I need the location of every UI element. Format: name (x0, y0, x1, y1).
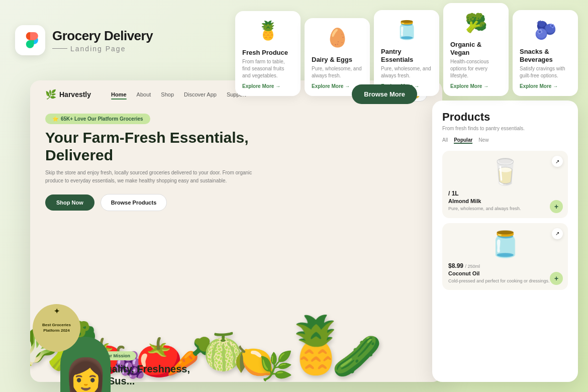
products-tab-all[interactable]: All (442, 137, 448, 144)
browse-more-button[interactable]: Browse More (352, 84, 417, 104)
category-cards: 🍍 Fresh Produce From farm to table, find… (225, 0, 588, 96)
organic-explore[interactable]: Explore More → (450, 83, 488, 89)
coconut-oil-price: $8.99 / 250ml (448, 262, 562, 269)
category-card-snacks[interactable]: 🫐 Snacks & Beverages Satisfy cravings wi… (513, 10, 578, 96)
app-title: Grocery Delivery (52, 28, 153, 44)
products-tab-new[interactable]: New (478, 137, 488, 144)
almond-milk-desc: Pure, wholesome, and always fresh. (448, 206, 562, 212)
nav-link-shop[interactable]: Shop (161, 91, 174, 97)
nav-link-discover[interactable]: Discover App (184, 91, 217, 97)
title-block: Grocery Delivery Landing Page (52, 28, 153, 53)
pantry-desc: Pure, wholesome, and always fresh. (381, 65, 432, 79)
category-card-pantry[interactable]: 🫙 Pantry Essentials Pure, wholesome, and… (374, 10, 439, 96)
hero-description: Skip the store and enjoy fresh, locally … (45, 169, 256, 185)
veggie-zucchini: 🥒 (332, 333, 382, 380)
organic-desc: Health-conscious options for every lifes… (450, 58, 502, 79)
hero-star-icon: ⭐ (52, 116, 58, 122)
coconut-oil-image: 🫙 (448, 229, 562, 259)
mission-badge-area: ✦ Best Groceries Platform 2024 (33, 304, 80, 352)
hero-badge: ⭐ 65K+ Love Our Platform Groceries (45, 114, 150, 124)
organic-title: Organic & Vegan (450, 41, 502, 56)
dairy-eggs-explore[interactable]: Explore More → (312, 83, 350, 89)
organic-image: 🥦 (458, 9, 494, 37)
products-tabs: All Popular New (442, 137, 568, 144)
landing-mockup: 🌿 Harvestly Home About Shop Discover App… (30, 80, 442, 382)
fresh-produce-title: Fresh Produce (242, 49, 288, 57)
mission-badge-circle: ✦ Best Groceries Platform 2024 (33, 304, 80, 352)
almond-milk-image: 🥛 (448, 157, 562, 187)
products-tab-popular[interactable]: Popular (454, 137, 472, 144)
our-mission-title: Quality, Freshness, & Sus... (98, 363, 190, 387)
mission-star-icon: ✦ (54, 307, 60, 316)
nav-logo: 🌿 Harvestly (45, 89, 91, 100)
fresh-produce-desc: From farm to table, find seasonal fruits… (242, 58, 293, 79)
almond-milk-unit: / 1L (448, 190, 562, 197)
header-area: Grocery Delivery Landing Page (15, 25, 153, 55)
shop-now-button[interactable]: Shop Now (45, 194, 94, 211)
mission-badge-text: Best Groceries Platform 2024 (39, 323, 74, 333)
hero-buttons: Shop Now Browse Products (45, 194, 427, 211)
almond-milk-add-button[interactable]: + (550, 200, 563, 213)
product-card-almond-arrow[interactable]: ↗ (552, 156, 563, 167)
app-subtitle: Landing Page (52, 45, 153, 53)
fresh-produce-explore[interactable]: Explore More → (242, 83, 280, 89)
category-card-fresh-produce[interactable]: 🍍 Fresh Produce From farm to table, find… (235, 11, 301, 96)
fresh-produce-image: 🍍 (250, 17, 285, 45)
nav-logo-text: Harvestly (59, 90, 91, 99)
nav-logo-icon: 🌿 (45, 89, 56, 100)
pantry-image: 🫙 (389, 16, 424, 44)
almond-milk-name: Almond Milk (448, 198, 562, 204)
product-card-coconut-arrow[interactable]: ↗ (552, 228, 563, 239)
hero-title: Your Farm-Fresh Essentials, Delivered (45, 129, 307, 164)
figma-logo (15, 25, 45, 55)
pantry-title: Pantry Essentials (381, 48, 432, 63)
products-panel-subtitle: From fresh finds to pantry essentials. (442, 126, 568, 131)
snacks-explore[interactable]: Explore More → (520, 83, 558, 89)
nav-link-about[interactable]: About (137, 91, 151, 97)
coconut-oil-name: Coconut Oil (448, 270, 562, 276)
dairy-eggs-image: 🥚 (320, 24, 355, 52)
subtitle-line (52, 48, 67, 49)
nav-link-home[interactable]: Home (111, 91, 127, 97)
our-mission-section: Our Mission Quality, Freshness, & Sus... (98, 350, 190, 387)
snacks-title: Snacks & Beverages (520, 48, 571, 63)
snacks-image: 🫐 (528, 16, 563, 44)
products-panel-title: Products (442, 111, 568, 124)
browse-products-button[interactable]: Browse Products (101, 194, 167, 211)
snacks-desc: Satisfy cravings with guilt-free options… (520, 65, 571, 79)
product-card-almond-milk: ↗ 🥛 / 1L Almond Milk Pure, wholesome, an… (442, 151, 568, 218)
dairy-eggs-title: Dairy & Eggs (312, 56, 352, 64)
products-panel: Products From fresh finds to pantry esse… (432, 101, 578, 382)
coconut-oil-desc: Cold-pressed and perfect for cooking or … (448, 278, 562, 284)
product-card-coconut-oil: ↗ 🫙 $8.99 / 250ml Coconut Oil Cold-press… (442, 223, 568, 290)
category-card-organic[interactable]: 🥦 Organic & Vegan Health-conscious optio… (443, 3, 509, 96)
person-emoji: 👩 (64, 356, 108, 392)
dairy-eggs-desc: Pure, wholesome, and always fresh. (312, 65, 363, 79)
